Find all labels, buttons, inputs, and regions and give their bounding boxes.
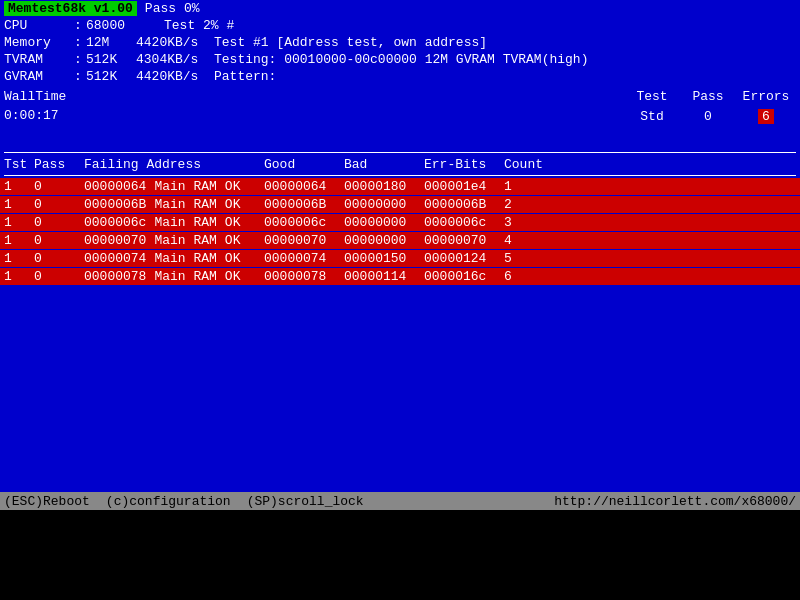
- td-type: Main RAM: [154, 233, 216, 248]
- td-pass: 0: [34, 269, 84, 284]
- walltime-value: 0:00:17: [4, 108, 59, 123]
- td-ok: OK: [225, 251, 241, 266]
- test-std-value: 0: [680, 109, 736, 124]
- td-tst: 1: [4, 233, 34, 248]
- td-pass: 0: [34, 179, 84, 194]
- main-screen: Memtest68k v1.00 Pass 0% CPU : 68000 Tes…: [0, 0, 800, 510]
- td-count: 3: [504, 215, 564, 230]
- cpu-val: 68000: [86, 18, 156, 33]
- gvram-label: GVRAM: [4, 69, 74, 84]
- table-row: 1 0 00000078 Main RAM OK 00000078 000001…: [0, 268, 800, 285]
- cpu-label: CPU: [4, 18, 74, 33]
- divider: [4, 152, 796, 153]
- td-ok: OK: [225, 179, 241, 194]
- tvram-label: TVRAM: [4, 52, 74, 67]
- table-row: 1 0 0000006B Main RAM OK 0000006B 000000…: [0, 196, 800, 213]
- td-count: 5: [504, 251, 564, 266]
- td-ok: OK: [225, 215, 241, 230]
- memory-sep: :: [74, 35, 86, 50]
- td-errbits: 0000016c: [424, 269, 504, 284]
- th-pass: Pass: [34, 157, 84, 172]
- td-good: 0000006B: [264, 197, 344, 212]
- td-fail: 00000064 Main RAM OK: [84, 179, 264, 194]
- td-bad: 00000114: [344, 269, 424, 284]
- reboot-label[interactable]: (ESC)Reboot: [4, 494, 90, 509]
- errors-value: 6: [758, 109, 774, 124]
- td-bad: 00000150: [344, 251, 424, 266]
- bottom-bar: (ESC)Reboot (c)configuration (SP)scroll_…: [0, 492, 800, 510]
- td-count: 1: [504, 179, 564, 194]
- td-errbits: 0000006B: [424, 197, 504, 212]
- td-fail: 00000070 Main RAM OK: [84, 233, 264, 248]
- td-errbits: 0000006c: [424, 215, 504, 230]
- td-addr: 00000064: [84, 179, 146, 194]
- td-fail: 00000074 Main RAM OK: [84, 251, 264, 266]
- config-label[interactable]: (c)configuration: [106, 494, 231, 509]
- cpu-sep: :: [74, 18, 86, 33]
- th-fail: Failing Address: [84, 157, 264, 172]
- td-tst: 1: [4, 179, 34, 194]
- gvram-val: 512K: [86, 69, 136, 84]
- test-line: Test 2% #: [164, 18, 234, 33]
- td-bad: 00000180: [344, 179, 424, 194]
- table-row: 1 0 00000064 Main RAM OK 00000064 000001…: [0, 178, 800, 195]
- table-row: 1 0 00000074 Main RAM OK 00000074 000001…: [0, 250, 800, 267]
- table-header: Tst Pass Failing Address Good Bad Err-Bi…: [0, 155, 800, 173]
- td-fail: 0000006B Main RAM OK: [84, 197, 264, 212]
- td-ok: OK: [225, 269, 241, 284]
- std-label: Std: [624, 109, 680, 124]
- th-count: Count: [504, 157, 564, 172]
- td-bad: 00000000: [344, 215, 424, 230]
- td-bad: 00000000: [344, 233, 424, 248]
- gvram-speed: 4420KB/s: [136, 69, 206, 84]
- pass-label: Pass: [145, 1, 176, 16]
- td-ok: OK: [225, 233, 241, 248]
- memory-label: Memory: [4, 35, 74, 50]
- scroll-label[interactable]: (SP)scroll_lock: [247, 494, 364, 509]
- td-addr: 0000006B: [84, 197, 146, 212]
- td-count: 4: [504, 233, 564, 248]
- td-good: 0000006c: [264, 215, 344, 230]
- td-errbits: 00000124: [424, 251, 504, 266]
- td-addr: 00000078: [84, 269, 146, 284]
- td-bad: 00000000: [344, 197, 424, 212]
- td-addr: 0000006c: [84, 215, 146, 230]
- td-ok: OK: [225, 197, 241, 212]
- td-good: 00000064: [264, 179, 344, 194]
- td-tst: 1: [4, 251, 34, 266]
- td-good: 00000070: [264, 233, 344, 248]
- td-fail: 0000006c Main RAM OK: [84, 215, 264, 230]
- td-type: Main RAM: [154, 179, 216, 194]
- th-bad: Bad: [344, 157, 424, 172]
- memory-speed: 4420KB/s: [136, 35, 206, 50]
- td-pass: 0: [34, 215, 84, 230]
- testing-line: Testing: 00010000-00c00000 12M GVRAM TVR…: [214, 52, 588, 67]
- td-type: Main RAM: [154, 197, 216, 212]
- th-errbits: Err-Bits: [424, 157, 504, 172]
- tvram-val: 512K: [86, 52, 136, 67]
- pass-value: 0%: [184, 1, 200, 16]
- th-tst: Tst: [4, 157, 34, 172]
- pass-col-header: Pass: [680, 89, 736, 104]
- td-type: Main RAM: [154, 269, 216, 284]
- td-good: 00000078: [264, 269, 344, 284]
- td-addr: 00000070: [84, 233, 146, 248]
- title-green: Memtest68k v1.00: [4, 1, 137, 16]
- tvram-speed: 4304KB/s: [136, 52, 206, 67]
- pattern-line: Pattern:: [214, 69, 276, 84]
- data-rows: 1 0 00000064 Main RAM OK 00000064 000001…: [0, 178, 800, 285]
- table-row: 1 0 0000006c Main RAM OK 0000006c 000000…: [0, 214, 800, 231]
- td-pass: 0: [34, 251, 84, 266]
- td-tst: 1: [4, 269, 34, 284]
- td-errbits: 00000070: [424, 233, 504, 248]
- td-tst: 1: [4, 197, 34, 212]
- td-tst: 1: [4, 215, 34, 230]
- td-fail: 00000078 Main RAM OK: [84, 269, 264, 284]
- table-row: 1 0 00000070 Main RAM OK 00000070 000000…: [0, 232, 800, 249]
- errors-col-header: Errors: [736, 89, 796, 104]
- black-area: [0, 510, 800, 600]
- td-addr: 00000074: [84, 251, 146, 266]
- td-type: Main RAM: [154, 251, 216, 266]
- test-col-header: Test: [624, 89, 680, 104]
- td-count: 6: [504, 269, 564, 284]
